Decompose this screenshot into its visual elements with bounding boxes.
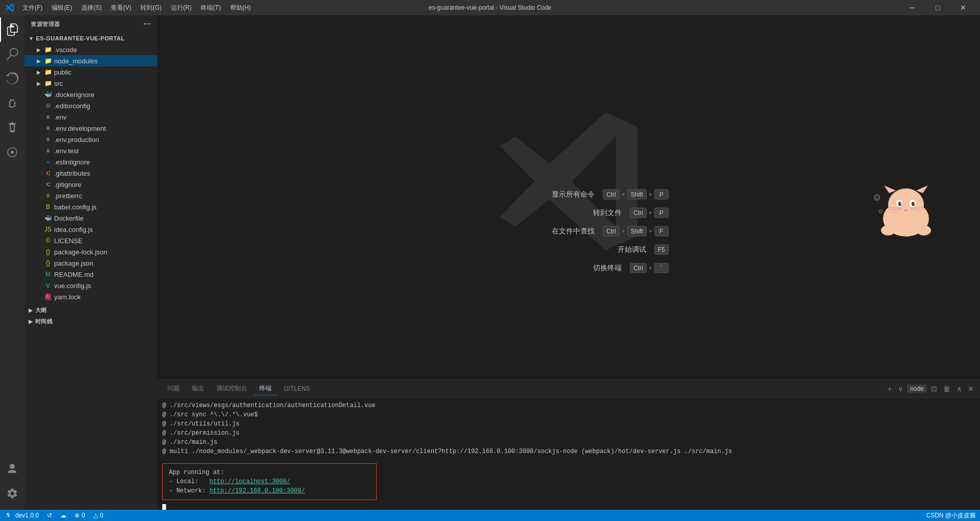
kbd-group-commands: Ctrl + Shift + P bbox=[603, 189, 669, 199]
statusbar-cloud[interactable]: ☁ bbox=[58, 510, 68, 521]
sidebar-item-dockerignore[interactable]: 🐳 .dockerignore bbox=[24, 89, 157, 100]
hint-row-commands: 显示所有命令 Ctrl + Shift + P bbox=[544, 189, 669, 199]
no-arrow bbox=[35, 225, 43, 233]
menu-run[interactable]: 运行(R) bbox=[167, 3, 196, 13]
sidebar-item-editorconfig[interactable]: ⚙ .editorconfig bbox=[24, 100, 157, 111]
menu-help[interactable]: 帮助(H) bbox=[226, 3, 255, 13]
statusbar-sync[interactable]: ↺ bbox=[45, 510, 54, 521]
local-url[interactable]: http://localhost:3000/ bbox=[209, 478, 290, 485]
kbd-ctrl: Ctrl bbox=[603, 189, 620, 199]
no-arrow bbox=[35, 203, 43, 211]
json-file-icon: {} bbox=[44, 259, 52, 267]
menu-edit[interactable]: 编辑(E) bbox=[47, 3, 76, 13]
activity-remote[interactable] bbox=[0, 140, 24, 164]
activity-extensions[interactable] bbox=[0, 115, 24, 140]
sidebar-item-yarn-lock[interactable]: 🧶 yarn.lock bbox=[24, 291, 157, 302]
terminal-tabs: 问题 输出 调试控制台 终端 GITLENS + ∨ node ⊡ 🗑 ∧ ✕ bbox=[157, 380, 980, 398]
sidebar-item-env-test[interactable]: ≡ .env.test bbox=[24, 145, 157, 156]
app-running-box: App running at: - Local: http://localhos… bbox=[162, 463, 377, 500]
trash-terminal-icon[interactable]: 🗑 bbox=[941, 384, 952, 394]
sidebar-item-env[interactable]: ≡ .env bbox=[24, 111, 157, 123]
cloud-icon: ☁ bbox=[60, 512, 66, 519]
close-button[interactable]: ✕ bbox=[951, 0, 975, 15]
sidebar-content: ▼ ES-GUARANTEE-VUE-PORTAL ▶ 📁 .vscode ▶ … bbox=[24, 33, 157, 510]
terminal-chevron-up-icon[interactable]: ∧ bbox=[954, 384, 964, 394]
tab-gitlens[interactable]: GITLENS bbox=[278, 383, 316, 395]
root-folder[interactable]: ▼ ES-GUARANTEE-VUE-PORTAL bbox=[24, 33, 157, 44]
tab-debug-console[interactable]: 调试控制台 bbox=[210, 382, 253, 395]
sidebar-item-license[interactable]: © LICENSE bbox=[24, 235, 157, 246]
outline-section[interactable]: ▶ 大纲 bbox=[24, 304, 157, 316]
sidebar-item-idea-config[interactable]: JS idea.config.js bbox=[24, 224, 157, 235]
terminal-area: 问题 输出 调试控制台 终端 GITLENS + ∨ node ⊡ 🗑 ∧ ✕ … bbox=[157, 380, 980, 510]
sidebar-item-vue-config[interactable]: V vue.config.js bbox=[24, 280, 157, 291]
terminal-close-icon[interactable]: ✕ bbox=[966, 384, 976, 394]
svg-point-12 bbox=[900, 203, 901, 204]
statusbar-warnings[interactable]: △ 0 bbox=[91, 510, 106, 521]
kbd-plus4: + bbox=[622, 227, 625, 234]
terminal-dropdown-icon[interactable]: ∨ bbox=[896, 384, 905, 394]
split-terminal-icon[interactable]: ⊡ bbox=[929, 384, 939, 394]
cat-mascot: ⚙ ⚙ bbox=[873, 185, 939, 236]
git-file-icon: ⑆ bbox=[44, 180, 52, 188]
menu-view[interactable]: 查看(V) bbox=[107, 3, 135, 13]
sidebar-item-eslintignore[interactable]: ● .eslintignore bbox=[24, 156, 157, 168]
svg-point-19 bbox=[891, 208, 899, 214]
sync-icon: ↺ bbox=[47, 512, 52, 519]
sidebar-item-env-prod[interactable]: ≡ .env.production bbox=[24, 134, 157, 145]
window-title: es-guarantee-vue-portal - Visual Studio … bbox=[429, 4, 552, 11]
activity-settings[interactable] bbox=[0, 481, 24, 506]
kbd-p: P bbox=[654, 189, 669, 199]
menu-goto[interactable]: 转到(G) bbox=[136, 3, 165, 13]
kbd-group-terminal: Ctrl + ` bbox=[630, 263, 669, 273]
no-arrow bbox=[35, 270, 43, 278]
json-file-icon: {} bbox=[44, 248, 52, 256]
network-url[interactable]: http://192.168.0.100:3000/ bbox=[209, 487, 305, 494]
no-arrow bbox=[35, 147, 43, 155]
sidebar-item-prettierrc[interactable]: ≡ .prettierrc bbox=[24, 190, 157, 201]
sidebar-item-package-json[interactable]: {} package.json bbox=[24, 257, 157, 269]
statusbar-errors[interactable]: ⊗ 0 bbox=[72, 510, 87, 521]
sidebar-item-public[interactable]: ▶ 📁 public bbox=[24, 66, 157, 78]
sidebar-item-src[interactable]: ▶ 📁 src bbox=[24, 78, 157, 89]
sidebar-item-label: .env.test bbox=[54, 147, 79, 155]
menu-file[interactable]: 文件(F) bbox=[18, 3, 46, 13]
sidebar-item-label: .vscode bbox=[54, 46, 77, 54]
sidebar-item-babel-config[interactable]: B babel.config.js bbox=[24, 201, 157, 212]
kbd-plus3: + bbox=[649, 209, 652, 216]
no-arrow bbox=[35, 124, 43, 132]
sidebar-item-gitignore[interactable]: ⑆ .gitignore bbox=[24, 179, 157, 190]
sidebar-item-label: package.json bbox=[54, 259, 93, 267]
env-file-icon: ≡ bbox=[44, 124, 52, 132]
activity-account[interactable] bbox=[0, 457, 24, 481]
new-terminal-icon[interactable]: + bbox=[886, 384, 894, 394]
menu-terminal[interactable]: 终端(T) bbox=[197, 3, 225, 13]
timeline-section[interactable]: ▶ 时间线 bbox=[24, 316, 157, 327]
statusbar-branch[interactable]: dev1.0.0 bbox=[4, 510, 41, 521]
sidebar-item-readme[interactable]: M README.md bbox=[24, 269, 157, 280]
activity-search[interactable] bbox=[0, 42, 24, 66]
activity-source-control[interactable] bbox=[0, 66, 24, 91]
svg-text:⚙: ⚙ bbox=[878, 208, 884, 215]
sidebar-item-env-dev[interactable]: ≡ .env.development bbox=[24, 123, 157, 134]
sidebar-item-label: package-lock.json bbox=[54, 248, 107, 256]
dockerfile-icon: 🐳 bbox=[44, 214, 52, 222]
statusbar-right: CSDN @小皮皮酱 bbox=[926, 511, 976, 520]
tab-terminal[interactable]: 终端 bbox=[253, 382, 278, 395]
activity-explorer[interactable] bbox=[0, 17, 24, 42]
tab-output[interactable]: 输出 bbox=[186, 382, 210, 395]
sidebar-more-icon[interactable]: ··· bbox=[143, 19, 151, 29]
menu-select[interactable]: 选择(S) bbox=[77, 3, 106, 13]
env-file-icon: ≡ bbox=[44, 113, 52, 121]
branch-label: dev1.0.0 bbox=[15, 512, 39, 519]
tab-problems[interactable]: 问题 bbox=[161, 382, 186, 395]
activity-debug[interactable] bbox=[0, 91, 24, 115]
maximize-button[interactable]: □ bbox=[926, 0, 949, 15]
sidebar-item-dockerfile[interactable]: 🐳 Dockerfile bbox=[24, 212, 157, 224]
sidebar-item-vscode[interactable]: ▶ 📁 .vscode bbox=[24, 44, 157, 55]
sidebar-item-node-modules[interactable]: ▶ 📁 node_modules bbox=[24, 55, 157, 66]
sidebar-item-package-lock[interactable]: {} package-lock.json bbox=[24, 246, 157, 257]
minimize-button[interactable]: ─ bbox=[900, 0, 924, 15]
sidebar-item-gitattributes[interactable]: ⑆ .gitattributes bbox=[24, 168, 157, 179]
sidebar: 资源管理器 ··· ▼ ES-GUARANTEE-VUE-PORTAL ▶ 📁 … bbox=[24, 15, 157, 510]
